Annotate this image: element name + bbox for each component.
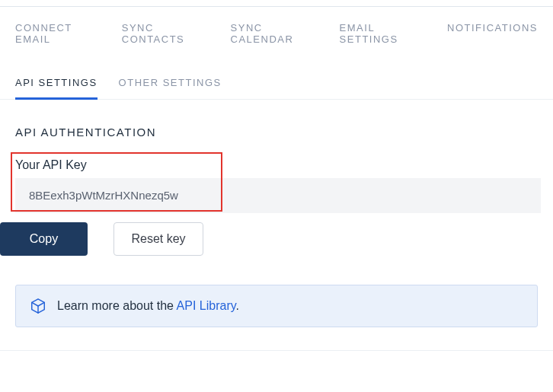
nav-connect-email[interactable]: CONNECT EMAIL: [15, 22, 97, 45]
secondary-nav: API SETTINGS OTHER SETTINGS: [0, 59, 553, 100]
api-library-link[interactable]: API Library: [177, 299, 236, 312]
section-title: API AUTHENTICATION: [0, 126, 553, 139]
tab-other-settings[interactable]: OTHER SETTINGS: [119, 77, 222, 99]
info-suffix: .: [236, 299, 239, 312]
api-key-block: Your API Key 8BEexh3pWtMzrHXNnezq5w: [15, 158, 553, 213]
info-banner: Learn more about the API Library.: [15, 285, 538, 327]
tab-api-settings[interactable]: API SETTINGS: [15, 77, 97, 99]
nav-sync-calendar[interactable]: SYNC CALENDAR: [231, 22, 315, 45]
info-prefix: Learn more about the: [57, 299, 177, 312]
api-key-value: 8BEexh3pWtMzrHXNnezq5w: [29, 189, 178, 202]
nav-sync-contacts[interactable]: SYNC CONTACTS: [122, 22, 206, 45]
info-text: Learn more about the API Library.: [57, 299, 239, 313]
nav-notifications[interactable]: NOTIFICATIONS: [447, 22, 538, 45]
api-key-label: Your API Key: [15, 158, 553, 178]
nav-email-settings[interactable]: EMAIL SETTINGS: [340, 22, 423, 45]
api-key-row: 8BEexh3pWtMzrHXNnezq5w: [15, 178, 541, 213]
copy-button[interactable]: Copy: [0, 222, 88, 256]
reset-key-button[interactable]: Reset key: [113, 222, 203, 256]
primary-nav: CONNECT EMAIL SYNC CONTACTS SYNC CALENDA…: [0, 7, 553, 59]
package-icon: [30, 298, 46, 314]
